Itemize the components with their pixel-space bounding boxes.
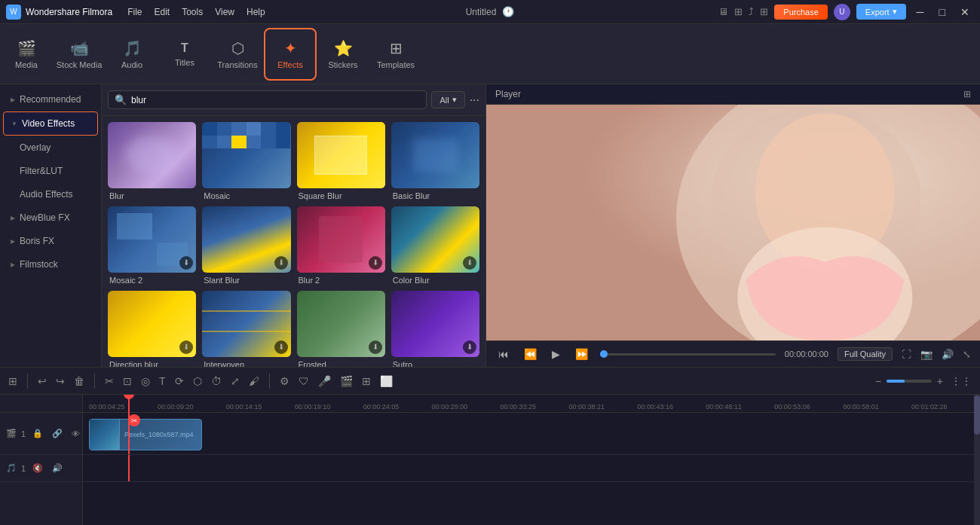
toolbar-stickers[interactable]: ⭐ Stickers [317, 28, 369, 81]
tl-undo-button[interactable]: ↩ [35, 373, 49, 389]
crop-button[interactable]: ⤡ [963, 349, 971, 360]
tl-settings-button[interactable]: ⚙ [277, 373, 292, 389]
timeline: ⊞ ↩ ↪ 🗑 ✂ ⊡ ◎ T ⟳ ⬡ ⏱ ⤢ 🖌 ⚙ 🛡 🎤 🎬 ⊞ ⬜ − … [0, 367, 980, 525]
minimize-button[interactable]: ─ [912, 5, 929, 20]
sidebar-item-newblue-fx[interactable]: ▶ NewBlue FX [3, 206, 98, 229]
volume-button[interactable]: 🔊 [942, 349, 954, 360]
timeline-scrollthumb[interactable] [974, 395, 980, 435]
effect-sutro[interactable]: ⬇ Sutro [391, 291, 479, 367]
tl-transition-button[interactable]: ⬡ [191, 373, 204, 389]
effect-interwoven-label: Interwoven [202, 360, 290, 367]
menu-view[interactable]: View [215, 7, 234, 17]
effect-direction-blur[interactable]: ⬇ Direction blur [108, 291, 196, 367]
track-num-1: 1 [21, 429, 26, 438]
tl-text-button[interactable]: T [157, 373, 168, 389]
effect-square-blur[interactable]: Square Blur [297, 122, 385, 200]
user-avatar[interactable]: U [834, 4, 850, 20]
tl-zoom-slider[interactable] [887, 380, 932, 383]
tl-multi-button[interactable]: ⊞ [360, 373, 373, 389]
menu-file[interactable]: File [127, 7, 142, 17]
effect-mosaic-2[interactable]: ⬇ Mosaic 2 [108, 206, 196, 285]
skip-forward-button[interactable]: ⏩ [572, 346, 591, 362]
tl-protect-button[interactable]: 🛡 [296, 373, 311, 389]
audio-mute-button[interactable]: 🔇 [30, 461, 45, 475]
tl-layout-button[interactable]: ⊞ [6, 373, 20, 389]
rewind-button[interactable]: ⏮ [495, 346, 512, 362]
tl-redo-button[interactable]: ↪ [54, 373, 67, 389]
tl-reverse-button[interactable]: ⟳ [173, 373, 186, 389]
tl-split-button[interactable]: ✂ [103, 373, 116, 389]
effect-interwoven[interactable]: ⬇ Interwoven [202, 291, 290, 367]
tl-paint-button[interactable]: 🖌 [247, 373, 262, 389]
sidebar-item-overlay[interactable]: Overlay [3, 136, 98, 159]
fullscreen-button[interactable]: ⛶ [902, 349, 911, 360]
download-badge-sutro: ⬇ [463, 340, 476, 354]
effect-blur-2[interactable]: ⬇ Blur 2 [297, 206, 385, 285]
audio-volume-button[interactable]: 🔊 [50, 461, 65, 475]
tl-zoom-out-button[interactable]: − [873, 373, 884, 389]
more-options-button[interactable]: ··· [470, 93, 479, 107]
export-button[interactable]: Export ▾ [856, 4, 906, 20]
effect-blur[interactable]: Blur [108, 122, 196, 200]
progress-bar[interactable] [600, 353, 776, 356]
timeline-scrollbar[interactable] [974, 395, 980, 525]
effect-sutro-thumb: ⬇ [391, 291, 479, 357]
ruler-mark-10: 00:00:48:11 [706, 403, 774, 411]
close-button[interactable]: ✕ [956, 5, 974, 20]
search-input-wrap[interactable]: 🔍 [108, 90, 427, 109]
sidebar-item-recommended[interactable]: ▶ Recommended [3, 88, 98, 111]
toolbar-transitions[interactable]: ⬡ Transitions [211, 28, 264, 81]
player-header: Player ⊞ [486, 84, 980, 105]
snapshot-button[interactable]: 📷 [920, 349, 933, 360]
toolbar-effects[interactable]: ✦ Effects [264, 28, 317, 81]
tl-zoom-in-button[interactable]: + [935, 373, 945, 389]
ruler-mark-2: 00:00:09:20 [158, 403, 226, 411]
player-settings-icon[interactable]: ⊞ [963, 89, 971, 99]
effect-basic-blur[interactable]: Basic Blur [391, 122, 479, 200]
filter-button[interactable]: All ▾ [431, 91, 464, 108]
sidebar-audio-effects-label: Audio Effects [20, 189, 73, 200]
effect-color-blur[interactable]: ⬇ Color Blur [391, 206, 479, 285]
toolbar-stock-media[interactable]: 📹 Stock Media [53, 28, 106, 81]
search-input[interactable] [131, 95, 420, 105]
ruler-spacer [0, 395, 82, 413]
menu-help[interactable]: Help [247, 7, 265, 17]
menu-edit[interactable]: Edit [155, 7, 170, 17]
tl-crop-button[interactable]: ⊡ [121, 373, 134, 389]
sidebar-item-audio-effects[interactable]: Audio Effects [3, 183, 98, 206]
timeline-main: 00:00:04:25 00:00:09:20 00:00:14:15 00:0… [83, 395, 980, 525]
toolbar-titles[interactable]: T Titles [158, 28, 211, 81]
timeline-ruler: 00:00:04:25 00:00:09:20 00:00:14:15 00:0… [83, 395, 980, 413]
track-visible-button[interactable]: 👁 [69, 427, 82, 441]
purchase-button[interactable]: Purchase [774, 5, 827, 20]
maximize-button[interactable]: □ [935, 5, 950, 20]
tl-mic-button[interactable]: 🎤 [316, 373, 333, 389]
effect-mosaic[interactable]: Mosaic [202, 122, 290, 200]
menu-tools[interactable]: Tools [182, 7, 203, 17]
effect-frosted[interactable]: ⬇ Frosted [297, 291, 385, 367]
video-clip[interactable]: Pexels_1080x587.mp4 [89, 419, 202, 450]
tl-effects-button[interactable]: 🎬 [338, 373, 355, 389]
toolbar-media[interactable]: 🎬 Media [0, 28, 53, 81]
sidebar-item-video-effects[interactable]: ▼ Video Effects [3, 111, 98, 136]
tl-duration-button[interactable]: ⏱ [209, 373, 224, 389]
tl-more-button[interactable]: ⋮⋮ [948, 373, 974, 389]
tl-fit-button[interactable]: ⤢ [228, 373, 242, 389]
track-lock-button[interactable]: 🔒 [30, 426, 45, 441]
tl-mask-button[interactable]: ◎ [139, 373, 152, 389]
track-link-button[interactable]: 🔗 [50, 426, 65, 441]
skip-back-button[interactable]: ⏪ [521, 346, 540, 362]
play-button[interactable]: ▶ [549, 346, 563, 362]
tl-pip-button[interactable]: ⬜ [378, 373, 395, 389]
toolbar-audio[interactable]: 🎵 Audio [106, 28, 158, 81]
audio-track-icon: 🎵 [6, 463, 17, 473]
sidebar-item-filmstock[interactable]: ▶ Filmstock [3, 253, 98, 276]
toolbar-templates[interactable]: ⊞ Templates [369, 28, 422, 81]
tl-delete-button[interactable]: 🗑 [72, 373, 87, 389]
share-icon: ⤴ [749, 6, 754, 17]
sidebar-item-boris-fx[interactable]: ▶ Boris FX [3, 230, 98, 252]
ruler-mark-4: 00:00:19:10 [295, 403, 363, 411]
effect-slant-blur[interactable]: ⬇ Slant Blur [202, 206, 290, 285]
quality-button[interactable]: Full Quality [838, 347, 893, 361]
sidebar-item-filter-lut[interactable]: Filter&LUT [3, 160, 98, 182]
